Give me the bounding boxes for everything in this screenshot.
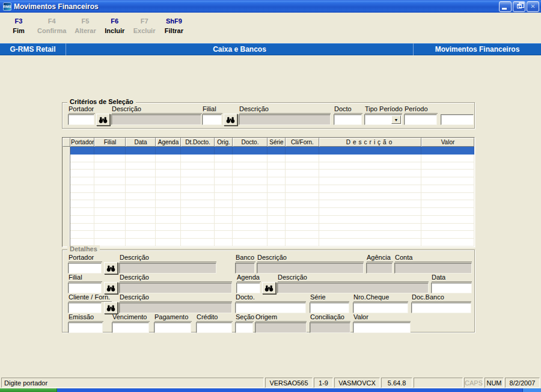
grid-cell (70, 193, 94, 201)
details-group-title: Detalhes (67, 245, 100, 253)
grid-cell (181, 216, 215, 224)
binoculars-icon (106, 305, 115, 311)
details-agenda-search-button[interactable] (262, 282, 276, 294)
details-cliente-forn-input[interactable] (68, 302, 102, 313)
grid-row[interactable] (70, 177, 474, 185)
criteria-portador-search-button[interactable] (96, 114, 110, 126)
grid-column-header-6[interactable]: Docto. (233, 138, 267, 147)
toolbar-button-filtrar[interactable]: ShF9 Filtrar (164, 17, 184, 34)
grid-row[interactable] (70, 155, 474, 162)
grid-row[interactable] (70, 170, 474, 177)
dropdown-arrow-icon[interactable]: ▼ (391, 115, 401, 124)
grid-row-selected[interactable] (70, 147, 474, 155)
grid-cell (181, 200, 215, 208)
grid-row[interactable] (70, 193, 474, 201)
details-conta-input (394, 263, 472, 274)
grid-column-header-0[interactable]: Portador (70, 138, 94, 147)
criteria-periodo-end-input[interactable] (441, 114, 474, 125)
grid-cell (233, 200, 267, 208)
toolbar-button-fim[interactable]: F3 Fim (8, 17, 29, 34)
grid-cell (70, 231, 94, 239)
criteria-periodo-start-input[interactable] (404, 114, 437, 125)
details-docto-input[interactable] (235, 302, 306, 313)
grid-row[interactable] (70, 224, 474, 231)
grid-column-header-9[interactable]: Descrição (319, 138, 421, 147)
details-cliente-descricao-label: Descrição (120, 293, 232, 302)
criteria-portador-label: Portador (69, 105, 95, 114)
grid-cell (70, 177, 94, 185)
details-data-input[interactable] (431, 283, 472, 293)
details-valor-input[interactable] (353, 322, 411, 333)
details-secao-input[interactable] (235, 322, 253, 333)
details-vencimento-input[interactable] (112, 322, 149, 333)
details-emissao-input[interactable] (68, 322, 103, 333)
grid-cell (70, 162, 94, 170)
details-agenda-input[interactable] (236, 283, 260, 293)
grid-cell (70, 224, 94, 231)
grid-cell (215, 185, 233, 193)
grid-column-header-3[interactable]: Agenda (156, 138, 181, 147)
grid-cell (181, 185, 215, 193)
criteria-docto-input[interactable] (334, 114, 362, 125)
details-docto-label: Docto. (236, 293, 306, 302)
grid-row[interactable] (70, 162, 474, 170)
toolbar-button-incluir[interactable]: F6 Incluir (105, 17, 125, 34)
grid-cell (319, 239, 421, 247)
grid-cell (215, 216, 233, 224)
details-origem-input (255, 322, 307, 333)
grid-row[interactable] (70, 216, 474, 224)
status-caps-indicator: CAPS (464, 378, 483, 388)
criteria-groupbox: Critérios de Seleção Portador Descrição … (62, 102, 475, 129)
details-portador-input[interactable] (68, 263, 102, 274)
grid-row[interactable] (70, 239, 474, 247)
grid-cell (70, 147, 94, 155)
grid-cell (267, 208, 286, 216)
grid-column-header-2[interactable]: Data (126, 138, 156, 147)
details-credito-input[interactable] (196, 322, 232, 333)
grid-cell (181, 231, 215, 239)
grid-cell (267, 231, 286, 239)
movements-grid[interactable]: PortadorFilialDataAgendaDt.Docto.Orig.Do… (62, 137, 475, 247)
details-doc-banco-input[interactable] (411, 302, 471, 313)
criteria-portador-input[interactable] (68, 114, 94, 125)
grid-row[interactable] (70, 200, 474, 208)
grid-column-header-5[interactable]: Orig. (215, 138, 233, 147)
details-serie-input[interactable] (310, 302, 349, 313)
grid-cell (421, 224, 474, 231)
details-filial-search-button[interactable] (104, 282, 118, 294)
start-button-sliver[interactable] (0, 388, 57, 392)
criteria-tipo-periodo-select[interactable]: ▼ (364, 114, 402, 125)
grid-column-header-10[interactable]: Valor (421, 138, 474, 147)
criteria-periodo-label: Período (405, 105, 438, 114)
grid-cell (319, 147, 421, 155)
grid-column-header-8[interactable]: Cli/Forn. (286, 138, 319, 147)
taskbar-sliver (0, 388, 541, 392)
criteria-filial-input[interactable] (202, 114, 222, 125)
criteria-filial-search-button[interactable] (224, 114, 237, 126)
grid-column-header-4[interactable]: Dt.Docto. (181, 138, 215, 147)
grid-cell (421, 155, 474, 162)
grid-cell (126, 177, 156, 185)
criteria-group-title: Critérios de Seleção (67, 98, 136, 105)
grid-column-header-7[interactable]: Série (267, 138, 286, 147)
close-button[interactable]: ✕ (527, 1, 539, 12)
restore-button[interactable] (513, 1, 525, 12)
grid-cell (215, 155, 233, 162)
minimize-button[interactable] (499, 1, 512, 12)
grid-cell (94, 216, 126, 224)
grid-row[interactable] (70, 208, 474, 216)
grid-cell (267, 170, 286, 177)
grid-row[interactable] (70, 231, 474, 239)
grid-cell (70, 208, 94, 216)
grid-cell (233, 155, 267, 162)
details-pagamento-input[interactable] (154, 322, 191, 333)
details-filial-input[interactable] (68, 283, 102, 293)
details-nro-cheque-input[interactable] (353, 302, 408, 313)
grid-cell (94, 200, 126, 208)
system-tray-sliver (522, 388, 541, 392)
details-cliente-forn-search-button[interactable] (104, 302, 118, 314)
grid-cell (126, 224, 156, 231)
grid-column-header-1[interactable]: Filial (94, 138, 126, 147)
details-portador-search-button[interactable] (104, 262, 118, 274)
grid-row[interactable] (70, 185, 474, 193)
